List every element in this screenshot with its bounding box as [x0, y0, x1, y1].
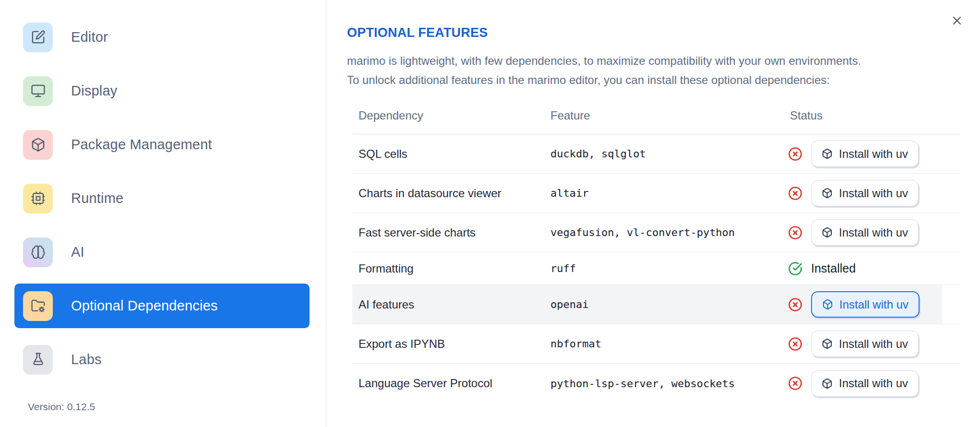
table-row: AI featuresopenaiInstall with uv	[352, 285, 960, 324]
description-line: marimo is lightweight, with few dependen…	[347, 51, 960, 71]
box-icon	[822, 299, 833, 310]
feature-cell: altair	[544, 187, 784, 199]
sidebar-item-optional-dependencies[interactable]: Optional Dependencies	[14, 284, 310, 328]
version-label: Version: 0.12.5	[28, 401, 95, 413]
square-pen-icon	[31, 30, 46, 45]
sidebar-item-ai[interactable]: AI	[14, 230, 310, 274]
sidebar-item-label: Optional Dependencies	[71, 298, 218, 314]
settings-sidebar: EditorDisplayPackage ManagementRuntimeAI…	[0, 0, 326, 427]
sidebar-nav: EditorDisplayPackage ManagementRuntimeAI…	[0, 15, 326, 382]
cpu-icon	[31, 191, 46, 206]
table-row: FormattingruffInstalled	[352, 252, 960, 285]
status-cell: Install with uv	[784, 141, 960, 167]
brain-icon	[31, 245, 46, 260]
dependency-cell: Language Server Protocol	[352, 377, 544, 390]
optional-features-panel: OPTIONAL FEATURES marimo is lightweight,…	[327, 0, 980, 427]
circle-check-icon	[788, 261, 802, 276]
sidebar-item-label: Display	[71, 83, 118, 99]
sidebar-item-label: Labs	[71, 352, 102, 368]
box-icon-tile	[23, 130, 53, 160]
install-button-label: Install with uv	[839, 337, 908, 351]
monitor-icon-tile	[23, 76, 53, 106]
column-header-feature: Feature	[544, 109, 784, 122]
install-button-label: Install with uv	[839, 187, 908, 200]
box-icon	[822, 188, 833, 199]
box-icon	[822, 227, 833, 238]
dependency-cell: SQL cells	[352, 147, 544, 161]
install-with-uv-button[interactable]: Install with uv	[811, 219, 919, 246]
table-header: Dependency Feature Status	[352, 90, 960, 134]
status-cell: Install with uv	[784, 180, 960, 206]
install-button-label: Install with uv	[839, 377, 908, 390]
features-table-body: SQL cellsduckdb, sqlglotInstall with uvC…	[352, 134, 960, 403]
sidebar-item-display[interactable]: Display	[14, 69, 310, 113]
status-cell: Install with uv	[784, 370, 960, 397]
box-icon	[822, 148, 833, 159]
install-button-label: Install with uv	[839, 226, 908, 239]
status-cell: Install with uv	[784, 291, 960, 318]
dependency-cell: Fast server-side charts	[352, 226, 544, 239]
sidebar-item-labs[interactable]: Labs	[14, 337, 310, 382]
flask-icon-tile	[23, 345, 53, 375]
table-row: Fast server-side chartsvegafusion, vl-co…	[352, 213, 960, 252]
page-title: OPTIONAL FEATURES	[347, 25, 960, 40]
dependency-cell: Export as IPYNB	[352, 337, 544, 351]
circle-x-icon	[788, 186, 802, 201]
box-icon	[822, 338, 833, 349]
sidebar-item-label: Package Management	[71, 137, 212, 153]
sidebar-item-label: AI	[71, 244, 84, 260]
install-button-label: Install with uv	[839, 147, 908, 161]
sidebar-item-package-management[interactable]: Package Management	[14, 122, 310, 167]
description: marimo is lightweight, with few dependen…	[347, 51, 960, 90]
sidebar-item-label: Runtime	[71, 190, 123, 206]
dependency-cell: Formatting	[352, 262, 544, 275]
install-with-uv-button[interactable]: Install with uv	[811, 180, 919, 206]
table-row: Charts in datasource vieweraltairInstall…	[352, 174, 960, 213]
cpu-icon-tile	[23, 184, 53, 214]
table-row: Export as IPYNBnbformatInstall with uv	[352, 324, 960, 364]
close-icon	[950, 14, 964, 27]
settings-dialog: EditorDisplayPackage ManagementRuntimeAI…	[0, 0, 980, 427]
feature-cell: vegafusion, vl-convert-python	[544, 226, 784, 238]
install-with-uv-button[interactable]: Install with uv	[811, 370, 919, 397]
monitor-icon	[31, 83, 46, 98]
box-icon	[822, 378, 833, 389]
feature-cell: ruff	[544, 262, 784, 274]
installed-status-label: Installed	[811, 261, 856, 275]
table-row: SQL cellsduckdb, sqlglotInstall with uv	[352, 134, 960, 174]
sidebar-item-label: Editor	[71, 29, 108, 45]
folder-cog-icon	[31, 298, 46, 313]
install-with-uv-button[interactable]: Install with uv	[811, 141, 919, 167]
folder-cog-icon-tile	[23, 291, 53, 321]
install-button-label: Install with uv	[839, 298, 908, 311]
feature-cell: openai	[544, 298, 784, 310]
circle-x-icon	[788, 337, 802, 351]
box-icon	[31, 137, 46, 152]
sidebar-item-runtime[interactable]: Runtime	[14, 176, 310, 221]
circle-x-icon	[788, 147, 802, 161]
install-with-uv-button[interactable]: Install with uv	[811, 331, 919, 357]
feature-cell: python-lsp-server, websockets	[544, 378, 784, 390]
circle-x-icon	[788, 297, 802, 312]
circle-x-icon	[788, 225, 802, 240]
brain-icon-tile	[23, 237, 53, 267]
feature-cell: nbformat	[544, 338, 784, 350]
column-header-dependency: Dependency	[352, 109, 544, 122]
install-with-uv-button[interactable]: Install with uv	[811, 291, 920, 318]
table-row: Language Server Protocolpython-lsp-serve…	[352, 364, 960, 403]
status-cell: Install with uv	[784, 331, 960, 357]
status-cell: Install with uv	[784, 219, 960, 246]
circle-x-icon	[788, 376, 802, 391]
square-pen-icon-tile	[23, 23, 53, 52]
features-table: Dependency Feature Status SQL cellsduckd…	[352, 90, 960, 403]
flask-icon	[31, 352, 46, 367]
dependency-cell: AI features	[352, 298, 544, 311]
sidebar-item-editor[interactable]: Editor	[14, 15, 310, 59]
feature-cell: duckdb, sqlglot	[544, 148, 784, 160]
description-line: To unlock additional features in the mar…	[347, 71, 960, 90]
close-button[interactable]	[949, 13, 965, 29]
column-header-status: Status	[784, 109, 960, 122]
status-cell: Installed	[784, 261, 960, 276]
dependency-cell: Charts in datasource viewer	[352, 187, 544, 200]
